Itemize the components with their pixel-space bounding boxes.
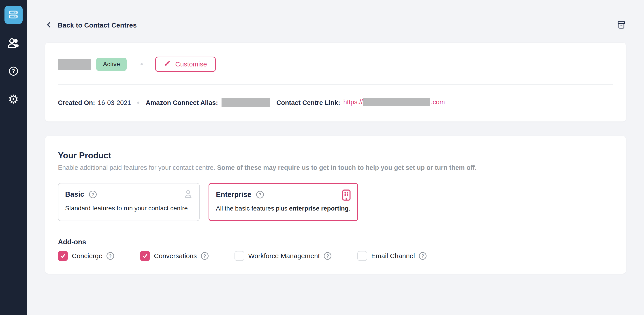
main-content: Back to Contact Centres Active — [27, 0, 644, 274]
addon-label: Workforce Management — [248, 252, 320, 260]
check-icon — [60, 252, 66, 259]
back-link-label: Back to Contact Centres — [58, 22, 137, 29]
archive-icon — [617, 20, 626, 30]
link-prefix: https:// — [343, 98, 363, 106]
addons-row: Concierge Conversations Workforc — [58, 251, 613, 261]
plan-name: Basic — [65, 190, 84, 198]
link-suffix: .com — [431, 98, 445, 106]
help-icon: ? — [8, 66, 18, 77]
contact-centre-link-label: Contact Centre Link: — [276, 99, 340, 106]
building-icon — [341, 189, 352, 201]
addon-label: Concierge — [72, 252, 102, 260]
sidebar: ? — [0, 0, 27, 315]
help-circle-icon[interactable] — [256, 191, 264, 198]
created-on-value: 16-03-2021 — [98, 99, 131, 106]
sidebar-item-users[interactable] — [7, 38, 20, 50]
page-header: Back to Contact Centres — [45, 20, 626, 30]
addon-label: Conversations — [154, 252, 197, 260]
card-divider — [58, 84, 613, 84]
plan-description: All the basic features plus enterprise r… — [216, 205, 351, 212]
your-product-card: Your Product Enable additional paid feat… — [45, 136, 626, 274]
archive-button[interactable] — [617, 20, 626, 30]
back-link[interactable]: Back to Contact Centres — [45, 21, 137, 30]
customise-button-label: Customise — [175, 60, 207, 68]
settings-gear-icon — [8, 93, 19, 105]
addon-checkbox[interactable] — [357, 251, 367, 261]
section-title: Your Product — [58, 151, 613, 160]
sidebar-item-contact-centres[interactable] — [4, 6, 22, 24]
plan-description: Standard features to run your contact ce… — [65, 205, 192, 212]
addon-label: Email Channel — [371, 252, 415, 260]
overview-card: Active Customise Created On: 16-03-2021 … — [45, 43, 626, 122]
addon-item-concierge: Concierge — [58, 251, 114, 261]
svg-text:?: ? — [12, 68, 15, 74]
alias-group: Amazon Connect Alias: — [146, 98, 270, 107]
paintbrush-icon — [164, 60, 171, 69]
help-circle-icon[interactable] — [89, 190, 97, 198]
status-badge: Active — [96, 58, 127, 71]
plan-description-end: . — [349, 205, 350, 212]
amazon-connect-alias-label: Amazon Connect Alias: — [146, 99, 218, 106]
alias-redaction — [222, 98, 270, 107]
plan-header: Enterprise — [216, 190, 351, 199]
help-circle-icon[interactable] — [201, 252, 208, 260]
addon-item-email-channel: Email Channel — [357, 251, 426, 261]
servers-icon — [8, 10, 18, 20]
plan-cards-row: Basic Standard features to run your cont… — [58, 183, 613, 221]
separator-dot — [140, 63, 143, 65]
customise-button[interactable]: Customise — [155, 56, 216, 72]
help-circle-icon[interactable] — [106, 252, 114, 260]
check-icon — [142, 252, 148, 259]
plan-description-bold: enterprise reporting — [289, 205, 349, 212]
created-on-label: Created On: — [58, 99, 95, 106]
contact-centre-link[interactable]: https:// .com — [343, 98, 445, 108]
sidebar-item-settings[interactable] — [8, 93, 19, 105]
separator-dot — [137, 102, 140, 104]
users-icon — [7, 38, 20, 50]
person-icon — [183, 189, 193, 199]
addon-checkbox[interactable] — [234, 251, 244, 261]
overview-header-row: Active Customise — [58, 43, 613, 72]
help-circle-icon[interactable] — [324, 252, 332, 260]
plan-card-basic[interactable]: Basic Standard features to run your cont… — [58, 183, 200, 221]
subtitle-bold: Some of these may require us to get in t… — [217, 164, 476, 171]
contact-centre-link-group: Contact Centre Link: https:// .com — [276, 98, 445, 108]
plan-header: Basic — [65, 190, 192, 198]
plan-card-enterprise[interactable]: Enterprise All the basic features plus e… — [208, 183, 358, 221]
addon-checkbox[interactable] — [140, 251, 150, 261]
sidebar-item-help[interactable]: ? — [8, 66, 18, 77]
help-circle-icon[interactable] — [419, 252, 426, 260]
subtitle-normal: Enable additional paid features for your… — [58, 164, 217, 171]
chevron-left-icon — [45, 21, 53, 30]
addon-item-workforce-management: Workforce Management — [234, 251, 332, 261]
plan-description-normal: All the basic features plus — [216, 205, 289, 212]
addons-title: Add-ons — [58, 238, 613, 246]
section-subtitle: Enable additional paid features for your… — [58, 164, 613, 171]
plan-name: Enterprise — [216, 190, 251, 199]
addon-checkbox[interactable] — [58, 251, 68, 261]
link-redaction — [363, 98, 430, 106]
overview-meta-row: Created On: 16-03-2021 Amazon Connect Al… — [58, 97, 613, 108]
addon-item-conversations: Conversations — [140, 251, 208, 261]
contact-centre-name-redaction — [58, 58, 91, 70]
